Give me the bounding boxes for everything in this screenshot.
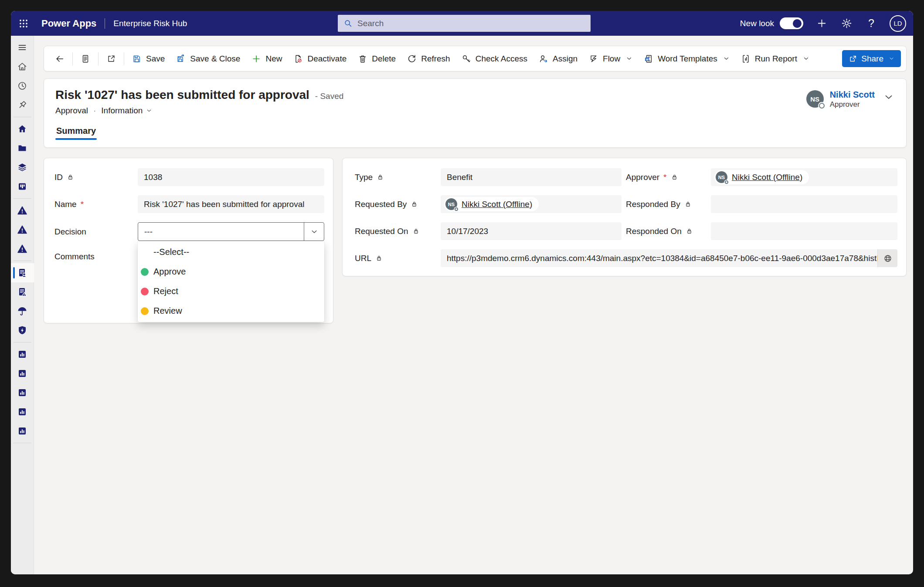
sidebar-item-layers[interactable] [11, 158, 34, 177]
requested-by-person-pill[interactable]: NS Nikki Scott (Offline) [444, 197, 539, 211]
sidebar-item-shield[interactable] [11, 321, 34, 340]
word-templates-button[interactable]: Word Templates [638, 50, 735, 68]
url-field[interactable]: https://p3mdemo.crm6.dynamics.com:443/ma… [441, 249, 877, 267]
offline-presence-icon [455, 207, 458, 211]
owner-avatar[interactable]: NS [806, 90, 824, 108]
check-access-button[interactable]: Check Access [456, 50, 533, 68]
form-selector[interactable]: Information [101, 106, 152, 115]
word-templates-icon [644, 54, 653, 64]
sidebar-item-report-2[interactable] [11, 364, 34, 383]
form-section-left: ID 1038 Name * Risk '1027' has been subm… [44, 158, 333, 323]
sidebar-item-hub[interactable] [11, 119, 34, 139]
sidebar-item-risk-2[interactable] [11, 220, 34, 239]
arrow-left-icon [55, 54, 65, 64]
lock-icon [686, 227, 693, 235]
save-button[interactable]: Save [126, 50, 170, 68]
record-header: Risk '1027' has been submitted for appro… [44, 78, 907, 148]
name-field[interactable]: Risk '1027' has been submitted for appro… [138, 195, 324, 213]
sidebar-item-risk-3[interactable] [11, 239, 34, 258]
sidebar-item-approvals[interactable] [11, 263, 34, 282]
requested-by-field: NS Nikki Scott (Offline) [441, 195, 622, 213]
search-input[interactable] [357, 19, 585, 28]
new-plus-icon [251, 54, 261, 64]
entity-name: Approval [55, 106, 88, 115]
delete-button[interactable]: Delete [352, 50, 401, 68]
share-button[interactable]: Share [842, 50, 901, 67]
save-and-close-button[interactable]: Save & Close [170, 50, 246, 68]
tab-summary[interactable]: Summary [55, 126, 97, 147]
issue-document-icon [17, 287, 27, 297]
sidebar-item-recent[interactable] [11, 76, 34, 95]
requested-by-link[interactable]: Nikki Scott (Offline) [462, 200, 532, 209]
field-id: ID 1038 [54, 168, 324, 186]
flow-button[interactable]: Flow [583, 50, 638, 68]
assign-button[interactable]: Assign [533, 50, 583, 68]
url-field-group: https://p3mdemo.crm6.dynamics.com:443/ma… [441, 249, 897, 267]
decision-option-review[interactable]: Review [138, 301, 324, 321]
sidebar-item-home[interactable] [11, 57, 34, 76]
url-label-text: URL [355, 254, 371, 263]
owner-name-link[interactable]: Nikki Scott [830, 89, 875, 100]
responded-on-field[interactable] [711, 222, 897, 240]
account-avatar[interactable]: LD [890, 15, 906, 32]
page-title: Risk '1027' has been submitted for appro… [55, 88, 309, 102]
waffle-icon [18, 18, 29, 29]
settings-button[interactable] [840, 17, 853, 30]
help-button[interactable]: ? [865, 17, 878, 30]
app-name[interactable]: Enterprise Risk Hub [113, 19, 187, 28]
add-button[interactable] [815, 17, 828, 30]
command-bar-separator [98, 52, 99, 65]
header-expand-button[interactable] [883, 92, 894, 102]
sidebar-item-risk-1[interactable] [11, 201, 34, 220]
lock-icon [684, 200, 692, 208]
command-label: Check Access [476, 54, 527, 64]
sidebar-item-issues[interactable] [11, 282, 34, 302]
form-switcher-button[interactable] [75, 50, 96, 68]
requested-by-label: Requested By [355, 200, 436, 209]
approver-label-text: Approver [626, 173, 659, 182]
sidebar-item-report-3[interactable] [11, 383, 34, 402]
new-look-label: New look [740, 19, 774, 28]
deactivate-button[interactable]: Deactivate [288, 50, 352, 68]
global-search[interactable] [338, 15, 591, 32]
decision-combobox[interactable]: --- [138, 222, 324, 241]
option-label: Approve [153, 267, 186, 277]
decision-option-reject[interactable]: Reject [138, 282, 324, 301]
layers-icon [17, 162, 27, 173]
approver-link[interactable]: Nikki Scott (Offline) [732, 173, 802, 182]
flow-icon [589, 54, 598, 64]
responded-by-label-text: Responded By [626, 200, 680, 209]
decision-option-select[interactable]: --Select-- [138, 242, 324, 262]
sidebar-item-umbrella[interactable] [11, 302, 34, 321]
top-navbar: Power Apps Enterprise Risk Hub New look … [11, 11, 913, 36]
type-field[interactable]: Benefit [441, 168, 622, 186]
person-initials: NS [718, 175, 725, 180]
decision-dropdown-button[interactable] [304, 223, 324, 241]
new-look-toggle[interactable] [780, 17, 803, 29]
comments-label-text: Comments [54, 252, 95, 261]
decision-option-approve[interactable]: Approve [138, 262, 324, 282]
refresh-button[interactable]: Refresh [401, 50, 456, 68]
decision-dropdown: --Select--ApproveRejectReview [138, 241, 324, 322]
popout-button[interactable] [101, 50, 122, 68]
approver-person-pill[interactable]: NS Nikki Scott (Offline) [714, 170, 809, 184]
requested-on-field[interactable]: 10/17/2023 [441, 222, 622, 240]
sidebar-item-pinned[interactable] [11, 95, 34, 115]
waffle-menu-button[interactable] [11, 11, 36, 36]
sidebar-menu-button[interactable] [11, 38, 34, 57]
back-button[interactable] [49, 50, 70, 68]
url-label: URL [355, 254, 436, 263]
sidebar-item-report-4[interactable] [11, 402, 34, 421]
sidebar-item-board[interactable] [11, 177, 34, 196]
share-icon [849, 54, 857, 63]
new-button[interactable]: New [246, 50, 288, 68]
responded-by-field[interactable] [711, 195, 897, 213]
sidebar-item-report-5[interactable] [11, 421, 34, 441]
id-field[interactable]: 1038 [138, 168, 324, 186]
run-report-button[interactable]: Run Report [735, 50, 815, 68]
type-label-text: Type [355, 173, 373, 182]
save-status: - Saved [315, 92, 343, 101]
sidebar-item-folder[interactable] [11, 139, 34, 158]
open-url-button[interactable] [877, 249, 897, 267]
sidebar-item-report-1[interactable] [11, 345, 34, 364]
